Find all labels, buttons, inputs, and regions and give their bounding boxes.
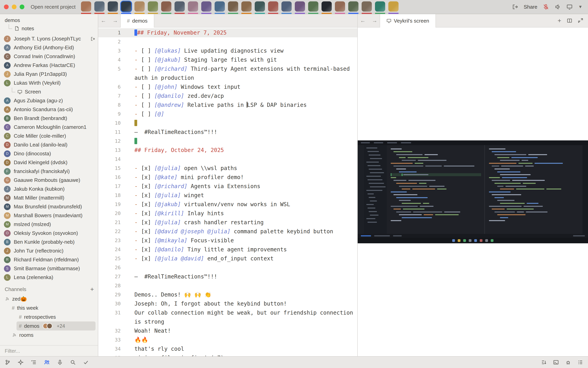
sidebar-person[interactable]: GGaauwe Rombouts (gaauwe) (0, 176, 98, 184)
editor-line[interactable]: 34that's rly cool (98, 344, 357, 353)
editor-line[interactable]: 26 (98, 263, 357, 272)
collaborator-avatar[interactable] (108, 0, 118, 14)
editor-line[interactable]: 14 (98, 155, 357, 164)
sidebar-person[interactable]: RRichard Feldman (rtfeldman) (0, 255, 98, 264)
channel-item-retrospectives[interactable]: #retrospectives (17, 313, 95, 322)
sidebar-person[interactable]: CConrad Irwin (ConradIrwin) (0, 52, 98, 61)
sidebar-person[interactable]: CCameron Mcloughlin (cameron1 (0, 123, 98, 132)
collaborator-avatar[interactable] (94, 0, 104, 14)
collaborator-avatar[interactable] (375, 0, 385, 14)
new-tab-button[interactable]: + (558, 17, 561, 24)
screen-share-video[interactable] (358, 140, 588, 243)
sidebar-person[interactable]: LLukas Wirth (Veykril) (0, 79, 98, 87)
collaborator-avatar[interactable] (148, 0, 158, 14)
editor-line[interactable]: 28 (98, 281, 357, 290)
sidebar-item-notes[interactable]: notes (0, 24, 98, 33)
add-channel-button[interactable]: + (90, 286, 94, 292)
editor-line[interactable]: 25- [x] [@julia @david] end_of_input con… (98, 254, 357, 263)
collaborator-avatar[interactable] (268, 0, 278, 14)
split-pane-icon[interactable] (567, 18, 572, 23)
editor-line[interactable]: 2 (98, 37, 357, 46)
editor-line[interactable]: 32Woah! Neat! (98, 326, 357, 335)
sidebar-person[interactable]: Mmslzed (mslzed) (0, 220, 98, 229)
editor-line[interactable]: 11— #RealTimeReactions™!!! (98, 128, 357, 137)
sidebar-person[interactable]: JJakub Konka (kubkon) (0, 184, 98, 193)
minimize-window-button[interactable] (12, 5, 17, 9)
editor-line[interactable]: 29Demos.. Demos! 🙌 🙌 👏 (98, 290, 357, 299)
editor-line[interactable]: 20- [x] [@kirill] Inlay hints (98, 209, 357, 218)
editor-line[interactable]: 23- [x] [@mikayla] Focus-visible (98, 236, 357, 245)
sidebar-person[interactable]: BBen Brandt (benbrandt) (0, 114, 98, 123)
sidebar-person[interactable]: OOleksiy Syvokon (osyvokon) (0, 229, 98, 238)
sidebar-person[interactable]: AAntonio Scandurra (as-cii) (0, 105, 98, 114)
sidebar-person[interactable]: DDavid Kleingeld (dvdsk) (0, 158, 98, 167)
collaborator-avatar[interactable] (228, 0, 238, 14)
collaborator-avatar[interactable] (295, 0, 305, 14)
sidebar-person[interactable]: AAgus Zubiaga (agu-z) (0, 96, 98, 105)
editor-line[interactable]: 10 (98, 119, 357, 128)
sidebar-person[interactable]: MMatt Miller (mattermill) (0, 193, 98, 202)
editor-line[interactable]: 13## Friday, October 24, 2025 (98, 146, 357, 155)
sidebar-person[interactable]: JJulia Ryan (P1n3appl3) (0, 70, 98, 79)
editor-line[interactable]: 9- [ ] [@] (98, 110, 357, 119)
editor-line[interactable]: 22- [x] [@david @joseph @julia] command … (98, 227, 357, 236)
collaborator-avatar[interactable] (241, 0, 252, 14)
editor-line[interactable]: 7- [ ] [@danilo] zed.dev/acp (98, 92, 357, 101)
speaker-icon[interactable] (555, 4, 561, 10)
sidebar-person[interactable]: JJohn Tur (reflectronic) (0, 247, 98, 255)
diagnostics-check-icon[interactable] (83, 359, 89, 365)
nav-forward-button[interactable]: → (372, 18, 377, 24)
follow-icon[interactable] (90, 36, 95, 41)
collaborator-avatar[interactable] (388, 0, 398, 14)
sidebar-person[interactable]: Ffranciskafyi (franciskafyi) (0, 167, 98, 176)
close-window-button[interactable] (4, 5, 9, 9)
project-name[interactable]: demos (0, 14, 98, 24)
editor-line[interactable]: 6- [ ] [@john] Windows text input (98, 83, 357, 92)
channel-item-demos[interactable]: #demos+24 (17, 322, 95, 331)
collaborator-avatar[interactable] (281, 0, 292, 14)
nav-forward-button[interactable]: → (112, 18, 118, 24)
sidebar-person[interactable]: AAnthony Eid (Anthony-Eid) (0, 43, 98, 52)
editor-line[interactable]: 30Joseph: Oh, I forgot about the keybind… (98, 299, 357, 308)
editor-line[interactable]: 18- [x] [@julia] winget (98, 191, 357, 200)
channel-item-zed[interactable]: zed 🎃 (2, 294, 95, 304)
editor-line[interactable]: 31Our collab connection might be weak, b… (98, 308, 357, 326)
sidebar-person[interactable]: LLena (zelenenka) (0, 273, 98, 282)
editor-line[interactable]: 24- [x] [@danilo] Tiny little agent impr… (98, 245, 357, 254)
collaborator-avatar[interactable] (121, 0, 131, 14)
share-button[interactable]: Share (524, 4, 537, 10)
zoom-window-button[interactable] (20, 5, 24, 9)
mic-icon[interactable] (57, 359, 63, 365)
editor-line[interactable]: 19- [x] [@jakub] virtualenv/venv now wor… (98, 200, 357, 209)
sidebar-person[interactable]: MMarshall Bowers (maxdeviant) (0, 211, 98, 220)
chevron-down-icon[interactable]: ▼ (578, 4, 582, 9)
collab-panel-icon[interactable] (44, 359, 50, 366)
sidebar-person[interactable]: DDino (dinocosta) (0, 149, 98, 158)
expand-pane-icon[interactable] (578, 18, 583, 23)
leave-call-icon[interactable] (512, 4, 518, 10)
collaborator-avatar[interactable] (362, 0, 372, 14)
channel-notes-editor[interactable]: 1## Friday, November 7, 202523- [ ] [@lu… (98, 28, 357, 356)
tasks-icon[interactable] (31, 359, 37, 365)
editor-line[interactable]: 3- [ ] [@lukas] Live updating diagnostic… (98, 46, 357, 55)
collaborator-avatar[interactable] (335, 0, 345, 14)
collaborator-avatar[interactable] (174, 0, 185, 14)
screen-share-item[interactable]: Screen (0, 87, 98, 96)
collaborator-avatar[interactable] (255, 0, 265, 14)
nav-back-button[interactable]: ← (101, 18, 106, 24)
collaborator-avatar[interactable] (322, 0, 332, 14)
sidebar-person[interactable]: JJoseph T. Lyons (JosephTLyc (0, 34, 98, 43)
search-icon[interactable] (70, 359, 76, 365)
editor-line[interactable]: 21- [x] [@julia] crash handler restartin… (98, 218, 357, 227)
sidebar-person[interactable]: CCole Miller (cole-miller) (0, 132, 98, 140)
mic-muted-icon[interactable] (543, 4, 549, 10)
nav-back-button[interactable]: ← (360, 18, 366, 24)
editor-line[interactable]: 12 (98, 137, 357, 146)
sidebar-person[interactable]: AAndrew Farkas (HactarCE) (0, 61, 98, 70)
assistant-icon[interactable] (18, 359, 24, 365)
sidebar-person[interactable]: SSmit Barmase (smitbarmase) (0, 264, 98, 273)
channel-item-rooms[interactable]: rooms (9, 331, 95, 340)
collaborator-avatar[interactable] (134, 0, 145, 14)
screen-share-icon[interactable] (566, 4, 573, 10)
editor-line[interactable]: 16- [x] [@kate] mini profiler demo! (98, 173, 357, 182)
